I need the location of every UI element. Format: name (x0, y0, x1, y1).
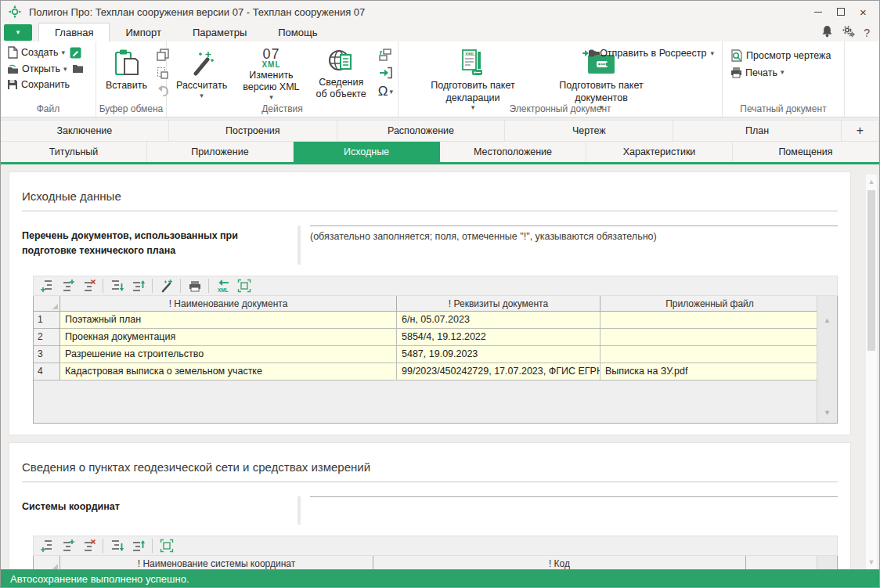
insert-row-icon (61, 279, 75, 293)
move-row-down-button[interactable] (107, 277, 127, 294)
print-table-button[interactable] (185, 277, 204, 294)
add-tab-button[interactable]: + (842, 121, 879, 142)
maximize-icon (837, 8, 845, 16)
tab-raspolozhenie[interactable]: Расположение (337, 121, 506, 142)
structure-button[interactable] (378, 48, 393, 62)
change-xml-version-button[interactable]: 07XML Изменить версию XML ▾ (238, 45, 304, 103)
omega-symbols-button[interactable]: Ω ▾ (378, 84, 393, 99)
scroll-down-icon[interactable]: ▼ (866, 558, 877, 566)
globe-info-icon (327, 47, 355, 77)
chevron-down-icon: ▾ (781, 69, 784, 76)
autofill-button[interactable] (157, 277, 176, 294)
app-menu-button[interactable]: ▾ (4, 24, 32, 41)
cell-doc-file[interactable] (600, 312, 820, 329)
create-button[interactable]: Создать ▾ (5, 45, 67, 60)
calculate-button[interactable]: Рассчитать ▾ (171, 45, 232, 103)
svg-text:XML: XML (218, 287, 229, 293)
cell-doc-details[interactable]: 5854/4, 19.12.2022 (397, 329, 600, 346)
cell-doc-name[interactable]: Поэтажный план (60, 312, 397, 329)
column-header-doc-file[interactable]: Приложенный файл (600, 296, 820, 312)
coordinate-table-toolbar (33, 536, 838, 556)
cell-doc-details[interactable]: 99/2023/450242729, 17.07.2023, ФГИС ЕГРН (397, 363, 600, 381)
tab-zaklyuchenie[interactable]: Заключение (1, 121, 169, 142)
move-row-down-button[interactable] (107, 537, 127, 554)
object-info-label: Сведения об объекте (316, 77, 367, 101)
scroll-up-icon[interactable]: ▲ (866, 178, 877, 186)
print-button[interactable]: Печать ▾ (729, 66, 838, 79)
column-header-doc-details[interactable]: ! Реквизиты документа (397, 296, 600, 312)
tab-pomescheniya[interactable]: Помещения (733, 142, 879, 163)
expand-editor-button[interactable] (234, 277, 254, 294)
delete-row-button[interactable] (79, 277, 99, 294)
folder-icon (72, 64, 84, 74)
coordinate-systems-field-row: Системы координат (22, 496, 838, 529)
settings-gears-icon[interactable] (842, 25, 855, 41)
scroll-up-icon[interactable]: ▲ (817, 316, 837, 324)
minimize-button[interactable] (806, 1, 829, 23)
tab-plan[interactable]: План (673, 121, 842, 142)
page-content: Исходные данные Перечень документов, исп… (1, 164, 879, 571)
row-number[interactable]: 4 (34, 363, 60, 381)
edit-template-button[interactable] (69, 46, 82, 60)
tab-mestopolozhenie[interactable]: Местоположение (440, 142, 586, 163)
preview-drawing-button[interactable]: Просмотр чертежа (729, 49, 838, 63)
cell-doc-details[interactable]: 6/н, 05.07.2023 (397, 312, 600, 329)
menu-tab-glavnaya[interactable]: Главная (38, 23, 110, 41)
ribbon-group-print: Просмотр чертежа Печать ▾ Печатный докум… (723, 41, 845, 117)
add-row-button[interactable] (37, 537, 56, 554)
tab-kharakteristiki[interactable]: Характеристики (586, 142, 733, 163)
notifications-bell-icon[interactable] (821, 25, 833, 41)
column-header-doc-name[interactable]: ! Наименование документа (60, 296, 397, 312)
insert-row-button[interactable] (58, 537, 78, 554)
menu-tab-parametry[interactable]: Параметры (177, 23, 262, 41)
tab-chertezh[interactable]: Чертеж (505, 121, 673, 142)
coordinate-systems-label: Системы координат (22, 496, 288, 514)
cell-doc-file[interactable]: Выписка на ЗУ.pdf (600, 363, 820, 381)
menu-tab-pomosch[interactable]: Помощь (262, 23, 333, 41)
row-number[interactable]: 1 (34, 312, 60, 329)
object-info-button[interactable]: Сведения об объекте (311, 45, 372, 103)
open-button[interactable]: Открыть ▾ (5, 63, 69, 75)
import-xml-button[interactable]: XML (213, 277, 233, 294)
expand-editor-button[interactable] (157, 537, 176, 554)
close-button[interactable]: × (852, 1, 875, 23)
send-to-rosreestr-button[interactable]: Отправить в Росреестр ▾ (582, 47, 714, 60)
cell-doc-details[interactable]: 5487, 19.09.2023 (397, 346, 600, 363)
cell-doc-name[interactable]: Кадастровая выписка о земельном участке (60, 363, 397, 381)
delete-row-button[interactable] (79, 537, 99, 554)
scrollbar-thumb[interactable] (867, 190, 875, 351)
tab-iskhodnye[interactable]: Исходные (294, 142, 440, 163)
move-row-up-button[interactable] (128, 277, 148, 294)
ribbon-group-clipboard: Вставить Буфер обмена (96, 41, 167, 117)
cell-doc-file[interactable] (600, 329, 820, 346)
move-row-up-button[interactable] (128, 537, 148, 554)
cell-doc-name[interactable]: Разрешение на строительство (60, 346, 397, 363)
chevron-down-icon: ▾ (389, 88, 393, 96)
insert-row-button[interactable] (58, 277, 78, 294)
row-number[interactable]: 3 (34, 346, 60, 363)
select-all-header[interactable] (34, 296, 60, 312)
tab-prilozhenie[interactable]: Приложение (147, 142, 294, 163)
table-scrollbar[interactable]: ▲ ▼ (817, 296, 837, 423)
cell-doc-name[interactable]: Проекная документация (60, 329, 397, 346)
open-folder-button[interactable] (71, 63, 85, 74)
maximize-button[interactable] (829, 1, 852, 23)
insert-row-icon (61, 539, 75, 553)
coordinate-systems-value[interactable] (310, 496, 838, 502)
import-data-button[interactable] (378, 66, 393, 80)
toolbar-separator (152, 279, 153, 293)
section-tabs-row2: Титульный Приложение Исходные Местополож… (1, 142, 879, 163)
paste-button[interactable]: Вставить (101, 45, 152, 103)
help-icon[interactable]: ? (864, 27, 870, 39)
scroll-down-icon[interactable]: ▼ (817, 409, 837, 417)
add-row-button[interactable] (37, 277, 56, 294)
cell-doc-file[interactable] (600, 346, 820, 363)
row-number[interactable]: 2 (34, 329, 60, 346)
documents-field-hint[interactable]: (обязательно заполняется; поля, отмеченн… (310, 225, 838, 242)
save-button[interactable]: Сохранить (5, 78, 71, 91)
page-scrollbar[interactable]: ▲ ▼ (866, 175, 877, 569)
menu-tab-import[interactable]: Импорт (110, 23, 176, 41)
tab-postroeniya[interactable]: Построения (169, 121, 337, 142)
tab-titulnyy[interactable]: Титульный (1, 142, 147, 163)
documents-table: ! Наименование документа ! Реквизиты док… (33, 296, 838, 424)
